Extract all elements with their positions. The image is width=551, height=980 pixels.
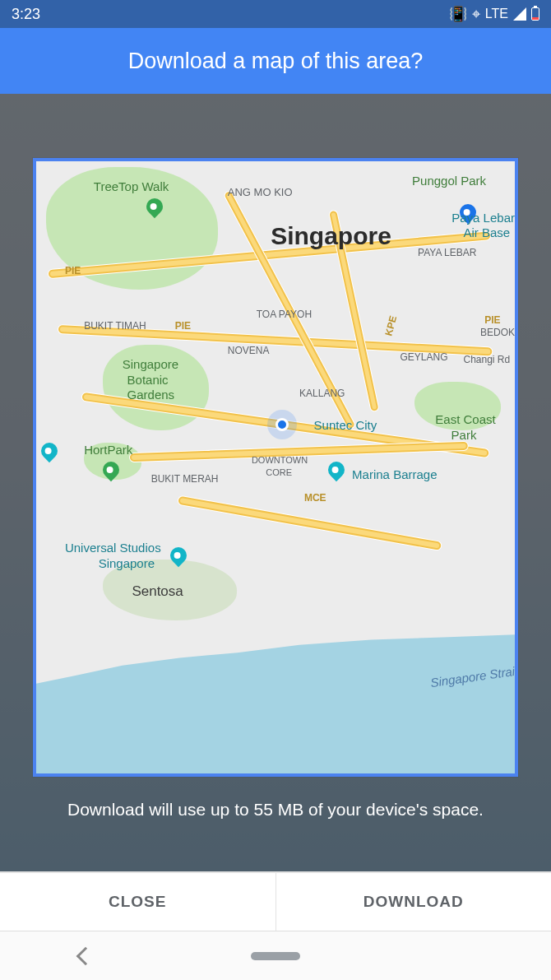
map-label: Marina Barrage xyxy=(352,467,437,481)
map-label: Suntec City xyxy=(314,418,377,432)
dialog-header: Download a map of this area? xyxy=(0,28,551,94)
status-bar: 3:23 📳 ⌖ LTE xyxy=(0,0,551,28)
map-label: Park xyxy=(451,428,477,442)
map-label: MCE xyxy=(304,492,326,504)
dialog-title: Download a map of this area? xyxy=(128,49,424,74)
network-label: LTE xyxy=(485,7,508,21)
map-label: TreeTop Walk xyxy=(94,179,169,193)
map-label: PIE xyxy=(484,314,500,326)
home-pill-icon[interactable] xyxy=(251,952,300,960)
map-label: Universal Studios xyxy=(65,541,161,555)
map-label: Punggol Park xyxy=(412,174,486,188)
map-label: HortPark xyxy=(84,443,132,457)
map-label: PAYA LEBAR xyxy=(418,247,476,258)
map-label: Sentosa xyxy=(132,583,183,600)
status-icons: 📳 ⌖ LTE xyxy=(449,5,539,23)
map-label: NOVENA xyxy=(228,345,270,356)
status-time: 3:23 xyxy=(12,6,40,23)
map-label: Botanic xyxy=(127,373,169,387)
map-label: BEDOK xyxy=(480,327,515,338)
map-label: Singapore xyxy=(99,556,155,570)
close-button[interactable]: CLOSE xyxy=(0,873,276,931)
map-label: GEYLANG xyxy=(401,351,448,363)
battery-icon xyxy=(531,7,539,21)
map-label: East Coast xyxy=(435,412,495,426)
map-label: Singapore xyxy=(123,357,178,371)
map-label: Changi Rd xyxy=(463,354,510,365)
map-label: TOA PAYOH xyxy=(257,309,312,320)
map-label: Air Base xyxy=(463,225,510,239)
vibrate-icon: 📳 xyxy=(449,5,467,23)
back-icon[interactable] xyxy=(76,946,95,965)
map-label: Gardens xyxy=(127,388,175,402)
map-label: KALLANG xyxy=(299,388,345,399)
map-label: CORE xyxy=(266,467,292,477)
map-label: ANG MO KIO xyxy=(228,186,293,198)
download-button[interactable]: DOWNLOAD xyxy=(276,873,552,931)
city-label: Singapore xyxy=(271,222,391,250)
map-label: PIE xyxy=(65,265,81,276)
location-icon: ⌖ xyxy=(472,6,480,23)
map-label: BUKIT TIMAH xyxy=(84,320,146,332)
map-selection-area[interactable]: Singapore TreeTop Walk ANG MO KIO Punggo… xyxy=(33,158,518,777)
map-label: Paya Lebar xyxy=(451,211,515,225)
map-label: PIE xyxy=(175,320,191,332)
dialog-button-row: CLOSE DOWNLOAD xyxy=(0,871,551,931)
map-label: BUKIT MERAH xyxy=(151,473,219,485)
download-size-info: Download will use up to 55 MB of your de… xyxy=(0,800,551,820)
system-nav-bar xyxy=(0,931,551,980)
signal-icon xyxy=(513,7,526,21)
map-label: DOWNTOWN xyxy=(252,455,308,465)
